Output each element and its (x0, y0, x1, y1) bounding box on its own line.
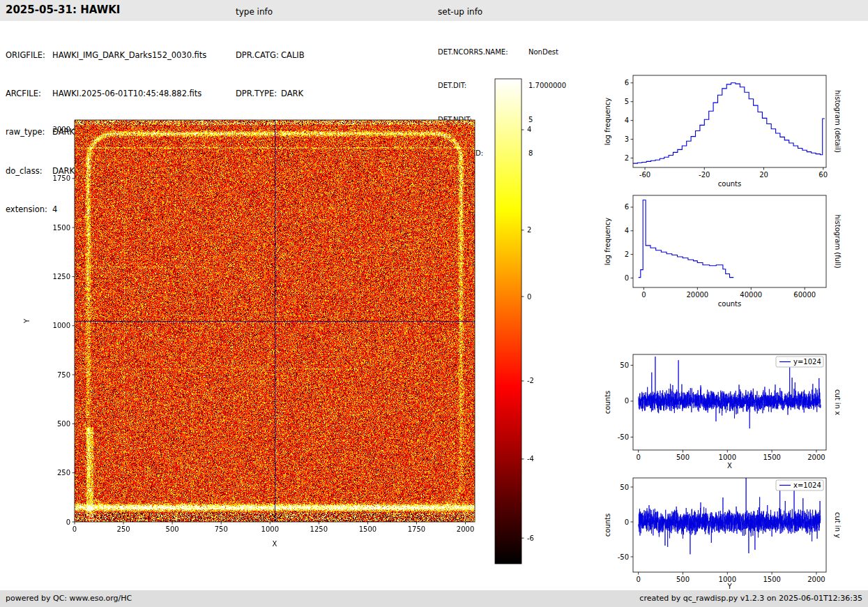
svg-text:0: 0 (636, 576, 640, 583)
svg-text:0: 0 (641, 291, 646, 299)
metadata-row: ORIGFILE:HAWKI_IMG_DARK_Darks152_0030.fi… (6, 50, 206, 61)
metadata-label: DPR.TYPE: (236, 88, 281, 100)
svg-text:X: X (273, 540, 277, 548)
svg-text:1500: 1500 (763, 576, 780, 583)
footer-credit-left: powered by QC: www.eso.org/HC (6, 594, 132, 603)
svg-text:250: 250 (117, 525, 130, 533)
svg-text:4: 4 (625, 117, 629, 124)
svg-text:40000: 40000 (740, 291, 762, 299)
svg-text:20000: 20000 (686, 291, 708, 299)
svg-text:-60: -60 (639, 171, 650, 179)
svg-text:3: 3 (625, 135, 629, 143)
svg-text:1500: 1500 (53, 224, 70, 232)
hist-full-svg: 02000040000600000246countslog frequencyh… (596, 188, 858, 315)
metadata-row: DPR.CATG:CALIB (236, 50, 370, 61)
svg-text:1750: 1750 (53, 174, 70, 182)
svg-text:500: 500 (57, 420, 70, 428)
colorbar: 420-2-4-6 (488, 73, 558, 572)
svg-text:y=1024: y=1024 (793, 358, 821, 366)
metadata-value: HAWKI.2025-06-01T10:45:48.882.fits (52, 88, 201, 100)
svg-text:1250: 1250 (53, 273, 70, 280)
svg-text:-20: -20 (699, 171, 710, 179)
metadata-label: ORIGFILE: (6, 50, 52, 61)
svg-text:2: 2 (625, 250, 629, 258)
svg-text:histogram (detail): histogram (detail) (834, 90, 842, 153)
svg-text:500: 500 (676, 576, 690, 583)
svg-text:2000: 2000 (53, 126, 70, 133)
metadata-row: DET.NCORRS.NAME:NonDest (438, 49, 566, 56)
svg-text:50: 50 (620, 361, 629, 369)
svg-text:counts: counts (604, 514, 611, 537)
svg-text:Y: Y (23, 318, 31, 324)
header-bar (0, 0, 868, 21)
footer-credit-right: created by qc_rawdisp.py v1.2.3 on 2025-… (639, 594, 862, 603)
type-info-heading: type info (236, 7, 273, 17)
svg-text:-6: -6 (527, 534, 534, 542)
setup-info-heading: set-up info (438, 7, 482, 17)
svg-text:1500: 1500 (359, 525, 376, 533)
svg-text:cut in x: cut in x (834, 389, 842, 415)
metadata-value: NonDest (528, 49, 558, 56)
svg-text:1750: 1750 (408, 525, 425, 533)
histogram-detail-chart: -60-20206023456countslog frequencyhistog… (596, 66, 858, 195)
detector-image-plot: 0250500750100012501500175020000250500750… (21, 105, 509, 572)
svg-text:0: 0 (66, 518, 70, 526)
svg-text:2: 2 (625, 154, 629, 162)
svg-text:4: 4 (625, 227, 629, 234)
colorbar-svg: 420-2-4-6 (488, 73, 558, 572)
svg-text:1000: 1000 (53, 322, 70, 329)
svg-text:0: 0 (625, 518, 629, 526)
svg-text:counts: counts (718, 180, 741, 188)
svg-text:500: 500 (676, 454, 690, 461)
metadata-value: HAWKI_IMG_DARK_Darks152_0030.fits (52, 50, 206, 61)
svg-text:50: 50 (620, 484, 629, 491)
hist-detail-svg: -60-20206023456countslog frequencyhistog… (596, 66, 858, 195)
svg-text:0: 0 (527, 293, 531, 301)
metadata-label: ARCFILE: (6, 88, 52, 100)
svg-text:4: 4 (527, 126, 531, 133)
svg-text:log frequency: log frequency (604, 218, 611, 266)
main-plot-svg: 0250500750100012501500175020000250500750… (21, 105, 509, 572)
page-title: 2025-05-31: HAWKI (6, 3, 120, 16)
svg-text:2000: 2000 (807, 454, 825, 461)
cut-y-svg: 0500100015002000-50050Ycountscut in yx=1… (596, 469, 858, 605)
svg-text:0: 0 (636, 454, 640, 461)
svg-text:histogram (full): histogram (full) (834, 214, 842, 268)
svg-text:1000: 1000 (261, 525, 279, 533)
svg-text:2: 2 (527, 226, 531, 234)
svg-text:0: 0 (73, 525, 77, 533)
metadata-label: DPR.CATG: (236, 50, 281, 61)
cut-x-svg: 0500100015002000-50050Xcountscut in xy=1… (596, 345, 858, 478)
svg-text:2000: 2000 (807, 576, 825, 583)
svg-text:250: 250 (57, 469, 70, 477)
svg-text:Y: Y (726, 583, 732, 590)
svg-text:cut in y: cut in y (834, 512, 842, 538)
metadata-row: DPR.TYPE:DARK (236, 88, 370, 100)
cut-in-y-chart: 0500100015002000-50050Ycountscut in yx=1… (596, 469, 858, 605)
svg-text:1000: 1000 (719, 454, 736, 461)
metadata-row: ARCFILE:HAWKI.2025-06-01T10:45:48.882.fi… (6, 88, 206, 100)
svg-text:500: 500 (166, 525, 179, 533)
svg-text:6: 6 (625, 203, 629, 211)
svg-text:-50: -50 (618, 433, 629, 441)
svg-text:1250: 1250 (310, 525, 328, 533)
svg-text:2000: 2000 (457, 525, 474, 533)
metadata-value: CALIB (281, 50, 305, 61)
svg-text:6: 6 (625, 79, 629, 87)
svg-text:-50: -50 (618, 553, 629, 561)
svg-text:-4: -4 (527, 455, 534, 463)
svg-text:5: 5 (625, 98, 629, 105)
svg-text:x=1024: x=1024 (793, 481, 821, 489)
svg-text:60: 60 (818, 171, 828, 179)
svg-text:1500: 1500 (763, 454, 780, 461)
cut-in-x-chart: 0500100015002000-50050Xcountscut in xy=1… (596, 345, 858, 478)
svg-text:0: 0 (625, 397, 629, 405)
svg-text:0: 0 (625, 274, 629, 282)
svg-text:log frequency: log frequency (604, 98, 611, 146)
svg-text:counts: counts (604, 391, 611, 414)
metadata-label: DET.NCORRS.NAME: (438, 49, 528, 56)
svg-text:counts: counts (718, 300, 741, 308)
svg-text:-2: -2 (527, 377, 534, 384)
svg-text:20: 20 (759, 171, 768, 179)
svg-text:60000: 60000 (793, 291, 816, 299)
